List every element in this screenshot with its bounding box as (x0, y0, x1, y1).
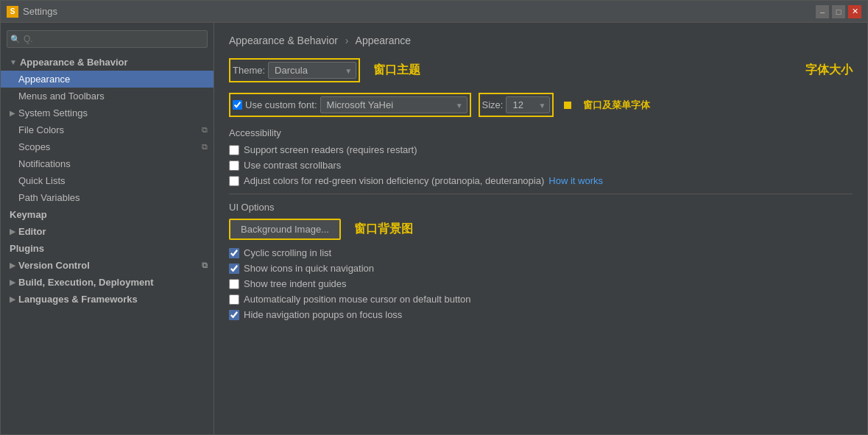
sidebar-item-version-control[interactable]: ▶ Version Control ⧉ (1, 257, 214, 274)
cyclic-scrolling-checkbox[interactable] (229, 248, 239, 258)
app-icon: S (7, 6, 18, 18)
color-adjust-checkbox[interactable] (229, 176, 239, 186)
show-tree-row: Show tree indent guides (229, 278, 853, 289)
color-adjust-row: Adjust colors for red-green vision defic… (229, 175, 853, 186)
show-icons-row: Show icons in quick navigation (229, 263, 853, 274)
sidebar-item-label: Keymap (10, 209, 47, 220)
contrast-scrollbars-row: Use contrast scrollbars (229, 160, 853, 171)
separator (229, 194, 853, 194)
maximize-button[interactable]: □ (832, 5, 845, 18)
search-icon: 🔍 (10, 35, 21, 44)
sidebar-item-quick-lists[interactable]: Quick Lists (1, 172, 214, 189)
theme-annotation: 窗口主题 (373, 63, 420, 78)
sidebar-item-label: Appearance & Behavior (20, 57, 128, 68)
search-input[interactable] (7, 30, 208, 48)
sidebar-item-path-variables[interactable]: Path Variables (1, 189, 214, 206)
color-adjust-label: Adjust colors for red-green vision defic… (244, 175, 544, 186)
arrow-icon: ▶ (10, 261, 15, 269)
theme-row: Theme: Darcula IntelliJ High Contrast ▼ … (229, 58, 853, 82)
sidebar-item-label: Plugins (10, 243, 44, 254)
arrow-icon: ▶ (10, 278, 15, 286)
sidebar-item-label: Editor (18, 226, 46, 237)
theme-dropdown[interactable]: Darcula IntelliJ High Contrast (268, 62, 356, 79)
sidebar-item-file-colors[interactable]: File Colors ⧉ (1, 121, 214, 138)
minimize-button[interactable]: – (816, 5, 829, 18)
sidebar-item-keymap[interactable]: Keymap (1, 206, 214, 223)
sidebar-item-label: Menus and Toolbars (18, 91, 105, 102)
sidebar-item-menus-toolbars[interactable]: Menus and Toolbars (1, 88, 214, 105)
hide-nav-label: Hide navigation popups on focus loss (244, 309, 402, 320)
screen-readers-row: Support screen readers (requires restart… (229, 144, 853, 155)
sidebar-item-label: Languages & Frameworks (18, 294, 138, 305)
font-dropdown[interactable]: Microsoft YaHei Arial Consolas (320, 96, 467, 113)
content-area: 🔍 ▼ Appearance & Behavior Appearance Men… (1, 23, 867, 434)
bg-image-row: Background Image... 窗口背景图 (229, 219, 853, 240)
size-highlighted-box: Size: 12 11 13 14 ▼ (479, 93, 554, 117)
arrow-icon: ▶ (10, 109, 15, 117)
hide-nav-checkbox[interactable] (229, 310, 239, 320)
breadcrumb: Appearance & Behavior › Appearance (229, 35, 853, 46)
sidebar-item-label: Path Variables (18, 192, 80, 203)
hide-nav-row: Hide navigation popups on focus loss (229, 309, 853, 320)
size-dropdown-wrap: 12 11 13 14 ▼ (506, 96, 550, 113)
cyclic-scrolling-row: Cyclic scrolling in list (229, 247, 853, 258)
sidebar-item-label: Version Control (18, 260, 90, 271)
show-icons-label: Show icons in quick navigation (244, 263, 374, 274)
copy-icon: ⧉ (202, 142, 208, 152)
custom-font-row: Use custom font: Microsoft YaHei Arial C… (229, 93, 853, 117)
size-label: Size: (482, 99, 504, 110)
sidebar-item-scopes[interactable]: Scopes ⧉ (1, 138, 214, 155)
font-dropdown-wrap: Microsoft YaHei Arial Consolas ▼ (320, 96, 467, 113)
breadcrumb-part1: Appearance & Behavior (229, 35, 338, 46)
sidebar-item-build-exec[interactable]: ▶ Build, Execution, Deployment (1, 274, 214, 291)
show-tree-label: Show tree indent guides (244, 278, 346, 289)
show-icons-checkbox[interactable] (229, 264, 239, 274)
search-box: 🔍 (7, 30, 208, 48)
sidebar-item-languages[interactable]: ▶ Languages & Frameworks (1, 291, 214, 308)
close-button[interactable]: ✕ (848, 5, 861, 18)
contrast-scrollbars-checkbox[interactable] (229, 160, 239, 171)
main-content: Appearance & Behavior › Appearance Theme… (214, 23, 867, 434)
theme-label: Theme: (233, 65, 265, 76)
font-highlighted-box: Use custom font: Microsoft YaHei Arial C… (229, 93, 471, 117)
screen-readers-label: Support screen readers (requires restart… (244, 144, 417, 155)
bg-annotation: 窗口背景图 (354, 222, 413, 237)
auto-cursor-checkbox[interactable] (229, 294, 239, 305)
sidebar-item-system-settings[interactable]: ▶ System Settings (1, 105, 214, 121)
sidebar-item-label: Scopes (18, 141, 50, 152)
copy-icon: ⧉ (202, 261, 208, 270)
settings-window: S Settings – □ ✕ 🔍 ▼ Appearance & Behavi… (0, 0, 868, 435)
yellow-dot-indicator (564, 102, 571, 109)
arrow-icon: ▶ (10, 295, 15, 303)
auto-cursor-label: Automatically position mouse cursor on d… (244, 294, 471, 305)
font-annotation: 窗口及菜单字体 (583, 99, 650, 112)
ui-options-label: UI Options (229, 202, 853, 213)
how-it-works-link[interactable]: How it works (548, 175, 603, 186)
contrast-scrollbars-label: Use contrast scrollbars (244, 160, 341, 171)
arrow-icon: ▶ (10, 227, 15, 236)
sidebar-item-label: Appearance (18, 74, 70, 85)
theme-highlighted-box: Theme: Darcula IntelliJ High Contrast ▼ (229, 58, 360, 82)
sidebar-item-label: Quick Lists (18, 175, 66, 186)
sidebar-item-notifications[interactable]: Notifications (1, 155, 214, 172)
window-title: Settings (23, 6, 57, 17)
sidebar-item-editor[interactable]: ▶ Editor (1, 223, 214, 240)
font-size-annotation: 字体大小 (805, 63, 853, 78)
use-custom-font-checkbox[interactable] (233, 100, 242, 110)
background-image-button[interactable]: Background Image... (229, 219, 341, 240)
sidebar-item-appearance-behavior[interactable]: ▼ Appearance & Behavior (1, 54, 214, 71)
sidebar-item-label: Notifications (18, 158, 71, 169)
accessibility-section-label: Accessibility (229, 127, 853, 138)
arrow-icon: ▼ (10, 58, 17, 66)
breadcrumb-part2: Appearance (356, 35, 412, 46)
sidebar-item-label: Build, Execution, Deployment (18, 277, 153, 288)
sidebar-item-appearance[interactable]: Appearance (1, 71, 214, 88)
theme-dropdown-wrap: Darcula IntelliJ High Contrast ▼ (268, 62, 356, 79)
show-tree-checkbox[interactable] (229, 279, 239, 289)
size-dropdown[interactable]: 12 11 13 14 (506, 96, 550, 113)
sidebar-item-plugins[interactable]: Plugins (1, 240, 214, 257)
screen-readers-checkbox[interactable] (229, 145, 239, 155)
copy-icon: ⧉ (202, 125, 208, 135)
auto-cursor-row: Automatically position mouse cursor on d… (229, 294, 853, 305)
breadcrumb-separator: › (345, 35, 349, 46)
